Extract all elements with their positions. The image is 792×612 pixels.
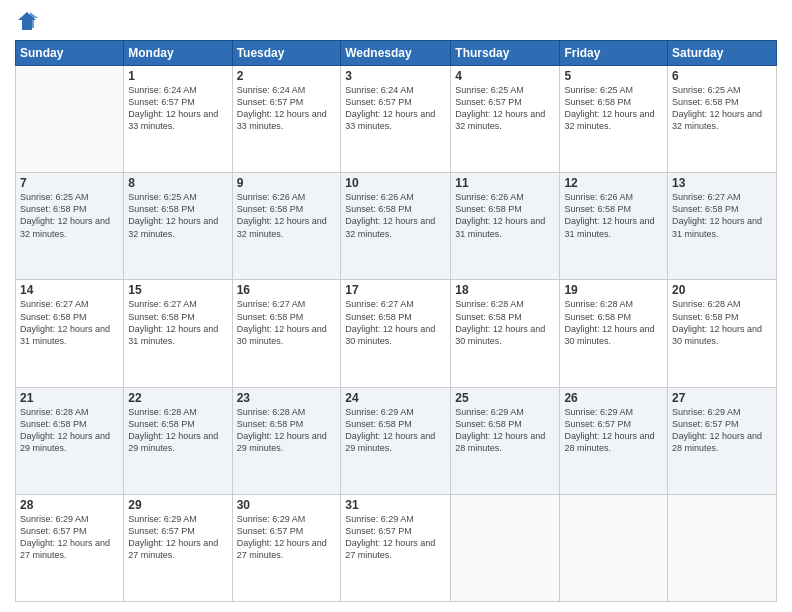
day-cell: 5 Sunrise: 6:25 AMSunset: 6:58 PMDayligh… (560, 66, 668, 173)
logo (15, 10, 39, 32)
header (15, 10, 777, 32)
day-info: Sunrise: 6:24 AMSunset: 6:57 PMDaylight:… (345, 84, 446, 133)
day-cell: 23 Sunrise: 6:28 AMSunset: 6:58 PMDaylig… (232, 387, 341, 494)
day-number: 23 (237, 391, 337, 405)
day-number: 4 (455, 69, 555, 83)
day-cell: 27 Sunrise: 6:29 AMSunset: 6:57 PMDaylig… (668, 387, 777, 494)
day-info: Sunrise: 6:25 AMSunset: 6:58 PMDaylight:… (672, 84, 772, 133)
day-number: 8 (128, 176, 227, 190)
day-header-monday: Monday (124, 41, 232, 66)
day-info: Sunrise: 6:27 AMSunset: 6:58 PMDaylight:… (237, 298, 337, 347)
day-info: Sunrise: 6:28 AMSunset: 6:58 PMDaylight:… (672, 298, 772, 347)
day-number: 24 (345, 391, 446, 405)
day-number: 31 (345, 498, 446, 512)
day-info: Sunrise: 6:26 AMSunset: 6:58 PMDaylight:… (345, 191, 446, 240)
day-cell: 21 Sunrise: 6:28 AMSunset: 6:58 PMDaylig… (16, 387, 124, 494)
day-info: Sunrise: 6:27 AMSunset: 6:58 PMDaylight:… (128, 298, 227, 347)
day-cell: 24 Sunrise: 6:29 AMSunset: 6:58 PMDaylig… (341, 387, 451, 494)
day-info: Sunrise: 6:28 AMSunset: 6:58 PMDaylight:… (455, 298, 555, 347)
day-number: 29 (128, 498, 227, 512)
day-cell: 17 Sunrise: 6:27 AMSunset: 6:58 PMDaylig… (341, 280, 451, 387)
day-cell: 22 Sunrise: 6:28 AMSunset: 6:58 PMDaylig… (124, 387, 232, 494)
day-info: Sunrise: 6:29 AMSunset: 6:57 PMDaylight:… (237, 513, 337, 562)
day-cell: 11 Sunrise: 6:26 AMSunset: 6:58 PMDaylig… (451, 173, 560, 280)
day-number: 27 (672, 391, 772, 405)
day-number: 2 (237, 69, 337, 83)
day-header-thursday: Thursday (451, 41, 560, 66)
day-info: Sunrise: 6:25 AMSunset: 6:58 PMDaylight:… (128, 191, 227, 240)
day-cell: 4 Sunrise: 6:25 AMSunset: 6:57 PMDayligh… (451, 66, 560, 173)
day-cell: 16 Sunrise: 6:27 AMSunset: 6:58 PMDaylig… (232, 280, 341, 387)
day-number: 12 (564, 176, 663, 190)
day-number: 13 (672, 176, 772, 190)
day-number: 22 (128, 391, 227, 405)
day-cell: 28 Sunrise: 6:29 AMSunset: 6:57 PMDaylig… (16, 494, 124, 601)
day-info: Sunrise: 6:29 AMSunset: 6:57 PMDaylight:… (672, 406, 772, 455)
day-cell: 2 Sunrise: 6:24 AMSunset: 6:57 PMDayligh… (232, 66, 341, 173)
day-number: 7 (20, 176, 119, 190)
day-cell (16, 66, 124, 173)
logo-icon (16, 10, 38, 32)
day-cell: 6 Sunrise: 6:25 AMSunset: 6:58 PMDayligh… (668, 66, 777, 173)
day-number: 20 (672, 283, 772, 297)
day-number: 18 (455, 283, 555, 297)
day-cell: 3 Sunrise: 6:24 AMSunset: 6:57 PMDayligh… (341, 66, 451, 173)
day-cell: 29 Sunrise: 6:29 AMSunset: 6:57 PMDaylig… (124, 494, 232, 601)
day-number: 1 (128, 69, 227, 83)
day-cell (451, 494, 560, 601)
day-info: Sunrise: 6:27 AMSunset: 6:58 PMDaylight:… (20, 298, 119, 347)
day-cell: 26 Sunrise: 6:29 AMSunset: 6:57 PMDaylig… (560, 387, 668, 494)
day-number: 17 (345, 283, 446, 297)
week-row-3: 21 Sunrise: 6:28 AMSunset: 6:58 PMDaylig… (16, 387, 777, 494)
day-header-tuesday: Tuesday (232, 41, 341, 66)
day-number: 15 (128, 283, 227, 297)
day-info: Sunrise: 6:29 AMSunset: 6:57 PMDaylight:… (20, 513, 119, 562)
day-cell: 19 Sunrise: 6:28 AMSunset: 6:58 PMDaylig… (560, 280, 668, 387)
day-number: 6 (672, 69, 772, 83)
day-cell: 8 Sunrise: 6:25 AMSunset: 6:58 PMDayligh… (124, 173, 232, 280)
day-cell: 25 Sunrise: 6:29 AMSunset: 6:58 PMDaylig… (451, 387, 560, 494)
svg-marker-1 (30, 12, 38, 28)
day-info: Sunrise: 6:26 AMSunset: 6:58 PMDaylight:… (455, 191, 555, 240)
week-row-2: 14 Sunrise: 6:27 AMSunset: 6:58 PMDaylig… (16, 280, 777, 387)
calendar-table: SundayMondayTuesdayWednesdayThursdayFrid… (15, 40, 777, 602)
day-header-wednesday: Wednesday (341, 41, 451, 66)
day-number: 16 (237, 283, 337, 297)
day-number: 3 (345, 69, 446, 83)
day-info: Sunrise: 6:28 AMSunset: 6:58 PMDaylight:… (564, 298, 663, 347)
day-number: 10 (345, 176, 446, 190)
day-info: Sunrise: 6:27 AMSunset: 6:58 PMDaylight:… (672, 191, 772, 240)
week-row-0: 1 Sunrise: 6:24 AMSunset: 6:57 PMDayligh… (16, 66, 777, 173)
day-cell: 12 Sunrise: 6:26 AMSunset: 6:58 PMDaylig… (560, 173, 668, 280)
day-cell: 1 Sunrise: 6:24 AMSunset: 6:57 PMDayligh… (124, 66, 232, 173)
day-number: 21 (20, 391, 119, 405)
day-info: Sunrise: 6:29 AMSunset: 6:57 PMDaylight:… (564, 406, 663, 455)
day-cell: 30 Sunrise: 6:29 AMSunset: 6:57 PMDaylig… (232, 494, 341, 601)
day-info: Sunrise: 6:29 AMSunset: 6:58 PMDaylight:… (455, 406, 555, 455)
day-info: Sunrise: 6:27 AMSunset: 6:58 PMDaylight:… (345, 298, 446, 347)
day-info: Sunrise: 6:24 AMSunset: 6:57 PMDaylight:… (128, 84, 227, 133)
day-number: 9 (237, 176, 337, 190)
week-row-1: 7 Sunrise: 6:25 AMSunset: 6:58 PMDayligh… (16, 173, 777, 280)
day-cell: 9 Sunrise: 6:26 AMSunset: 6:58 PMDayligh… (232, 173, 341, 280)
day-number: 14 (20, 283, 119, 297)
day-cell (668, 494, 777, 601)
week-row-4: 28 Sunrise: 6:29 AMSunset: 6:57 PMDaylig… (16, 494, 777, 601)
day-cell: 13 Sunrise: 6:27 AMSunset: 6:58 PMDaylig… (668, 173, 777, 280)
day-cell: 31 Sunrise: 6:29 AMSunset: 6:57 PMDaylig… (341, 494, 451, 601)
day-cell: 14 Sunrise: 6:27 AMSunset: 6:58 PMDaylig… (16, 280, 124, 387)
day-info: Sunrise: 6:24 AMSunset: 6:57 PMDaylight:… (237, 84, 337, 133)
day-info: Sunrise: 6:29 AMSunset: 6:58 PMDaylight:… (345, 406, 446, 455)
day-info: Sunrise: 6:25 AMSunset: 6:58 PMDaylight:… (564, 84, 663, 133)
day-cell: 7 Sunrise: 6:25 AMSunset: 6:58 PMDayligh… (16, 173, 124, 280)
day-cell: 15 Sunrise: 6:27 AMSunset: 6:58 PMDaylig… (124, 280, 232, 387)
day-cell: 10 Sunrise: 6:26 AMSunset: 6:58 PMDaylig… (341, 173, 451, 280)
day-info: Sunrise: 6:28 AMSunset: 6:58 PMDaylight:… (20, 406, 119, 455)
day-cell: 20 Sunrise: 6:28 AMSunset: 6:58 PMDaylig… (668, 280, 777, 387)
day-info: Sunrise: 6:28 AMSunset: 6:58 PMDaylight:… (128, 406, 227, 455)
day-info: Sunrise: 6:28 AMSunset: 6:58 PMDaylight:… (237, 406, 337, 455)
day-header-friday: Friday (560, 41, 668, 66)
day-info: Sunrise: 6:29 AMSunset: 6:57 PMDaylight:… (345, 513, 446, 562)
day-number: 25 (455, 391, 555, 405)
header-row: SundayMondayTuesdayWednesdayThursdayFrid… (16, 41, 777, 66)
